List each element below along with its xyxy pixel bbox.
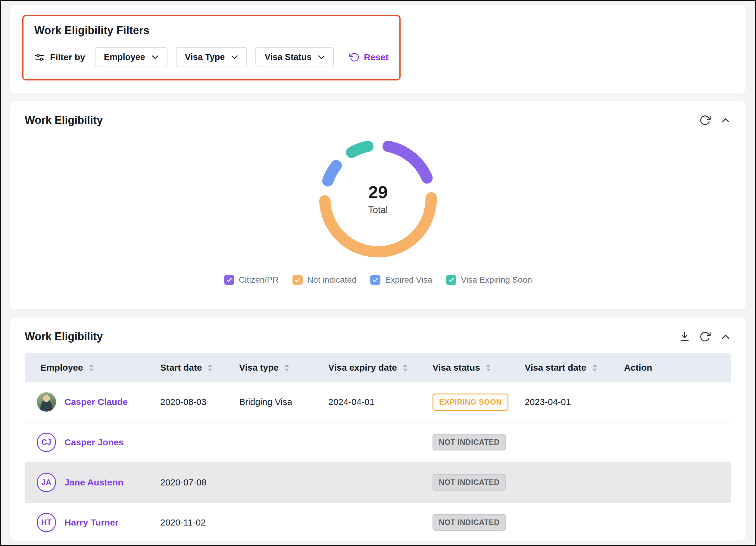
check-icon [448, 276, 455, 284]
employee-name-link[interactable]: Jane Austenn [64, 477, 123, 488]
visa-start-date-cell [525, 502, 624, 541]
chevron-up-icon [720, 114, 731, 126]
employee-avatar-photo [37, 392, 56, 412]
visa-status-badge: EXPIRING SOON [433, 394, 508, 411]
sort-icon [591, 364, 598, 372]
employee-filter-dropdown[interactable]: Employee [95, 47, 167, 67]
legend-checkbox[interactable] [370, 275, 380, 285]
refresh-icon [699, 331, 711, 342]
column-label: Visa type [239, 363, 279, 373]
legend-item[interactable]: Expired Visa [370, 275, 432, 285]
action-cell [624, 382, 731, 422]
donut-total-value: 29 [368, 182, 388, 202]
work-eligibility-table-card: Work Eligibility [10, 318, 746, 541]
table-card-header: Work Eligibility [25, 330, 731, 343]
filters-card: Work Eligibility Filters Filter by Emplo… [10, 5, 746, 93]
table-row: CJ Casper Jones NOT INDICATED [25, 422, 731, 462]
column-header-visa-expiry-date: Visa expiry date [328, 353, 433, 382]
legend-item[interactable]: Visa Expiring Soon [446, 275, 532, 285]
visa-status-filter-dropdown[interactable]: Visa Status [255, 47, 334, 67]
column-label: Visa start date [525, 363, 586, 373]
sort-button-visa-start-date[interactable]: Visa start date [525, 363, 598, 373]
sort-icon [402, 364, 409, 372]
column-label: Start date [160, 363, 202, 373]
column-header-start-date: Start date [160, 353, 239, 382]
visa-expiry-date-cell [328, 462, 433, 502]
employee-name-link[interactable]: Harry Turner [64, 517, 119, 528]
employee-cell: CJ Casper Jones [25, 422, 160, 462]
employee-cell: Casper Claude [25, 382, 160, 422]
sort-icon [485, 364, 492, 372]
start-date-cell: 2020-08-03 [160, 382, 239, 422]
employee-avatar-initials: JA [37, 473, 56, 492]
employee-avatar-initials: HT [37, 513, 56, 532]
employee-avatar-initials: CJ [37, 433, 56, 452]
filters-row: Filter by Employee Visa Type Visa Status [34, 47, 389, 67]
visa-type-cell [239, 462, 328, 502]
legend-item[interactable]: Citizen/PR [224, 275, 279, 285]
sort-button-visa-status[interactable]: Visa status [433, 363, 492, 373]
legend-checkbox[interactable] [446, 275, 456, 285]
donut-total-label: Total [368, 204, 388, 215]
table-card-title: Work Eligibility [25, 330, 103, 343]
legend-label: Not indicated [307, 275, 356, 285]
refresh-button[interactable] [699, 331, 711, 342]
work-eligibility-chart-card: Work Eligibility 29 Total Citizen [10, 101, 746, 309]
visa-status-cell: NOT INDICATED [433, 502, 525, 541]
column-header-visa-status: Visa status [433, 353, 525, 382]
visa-status-cell: EXPIRING SOON [433, 382, 525, 422]
visa-start-date-cell [525, 462, 624, 502]
action-cell [624, 422, 731, 462]
start-date-cell: 2020-11-02 [160, 502, 239, 541]
refresh-button[interactable] [699, 114, 711, 126]
visa-type-cell: Bridging Visa [239, 382, 328, 422]
work-eligibility-table: Employee Start date Vi [25, 353, 731, 541]
check-icon [226, 276, 233, 284]
visa-expiry-date-cell [328, 502, 433, 541]
reset-filters-button[interactable]: Reset [349, 52, 389, 62]
chevron-down-icon [318, 55, 325, 59]
filters-title: Work Eligibility Filters [34, 24, 389, 37]
legend-label: Citizen/PR [239, 275, 279, 285]
chart-legend: Citizen/PRNot indicatedExpired VisaVisa … [25, 275, 731, 285]
legend-item[interactable]: Not indicated [292, 275, 356, 285]
column-label: Visa status [433, 363, 480, 373]
filters-highlight-outline: Work Eligibility Filters Filter by Emplo… [22, 15, 401, 80]
table-card-actions [679, 331, 731, 342]
legend-label: Expired Visa [385, 275, 432, 285]
sort-button-visa-expiry-date[interactable]: Visa expiry date [328, 363, 409, 373]
sort-button-start-date[interactable]: Start date [160, 363, 214, 373]
employee-name-link[interactable]: Casper Jones [64, 437, 124, 448]
sort-button-visa-type[interactable]: Visa type [239, 363, 290, 373]
action-cell [624, 462, 731, 502]
chart-card-header: Work Eligibility [25, 114, 731, 126]
visa-status-badge: NOT INDICATED [433, 474, 506, 491]
donut-center: 29 Total [313, 133, 443, 264]
chevron-up-icon [720, 331, 731, 342]
chart-card-title: Work Eligibility [25, 114, 103, 126]
start-date-cell [160, 422, 239, 462]
visa-type-cell [239, 502, 328, 541]
employee-name-link[interactable]: Casper Claude [64, 397, 128, 407]
visa-status-cell: NOT INDICATED [433, 422, 525, 462]
employee-cell: JA Jane Austenn [25, 462, 160, 502]
column-header-visa-start-date: Visa start date [525, 353, 624, 382]
filter-by: Filter by [34, 52, 85, 63]
table-header-row: Employee Start date Vi [25, 353, 731, 382]
collapse-button[interactable] [720, 114, 731, 126]
refresh-icon [699, 114, 711, 126]
collapse-button[interactable] [720, 331, 731, 342]
visa-type-cell [239, 422, 328, 462]
sliders-icon [34, 52, 45, 63]
filter-by-label: Filter by [50, 52, 85, 62]
legend-checkbox[interactable] [224, 275, 234, 285]
check-icon [294, 276, 301, 284]
dropdown-label: Visa Status [264, 52, 311, 62]
dropdown-label: Employee [104, 52, 145, 62]
visa-expiry-date-cell [328, 422, 433, 462]
legend-checkbox[interactable] [292, 275, 303, 285]
employee-cell: HT Harry Turner [25, 502, 160, 541]
sort-button-employee[interactable]: Employee [40, 363, 95, 373]
download-button[interactable] [679, 331, 690, 342]
visa-type-filter-dropdown[interactable]: Visa Type [176, 47, 247, 67]
